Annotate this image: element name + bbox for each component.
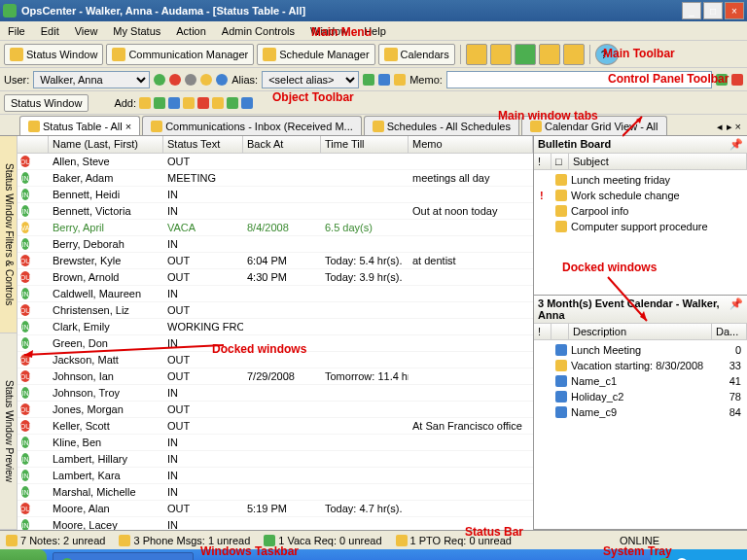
- tool-icon-2[interactable]: [490, 44, 512, 65]
- table-row[interactable]: INBennett, HeidiIN: [18, 187, 533, 203]
- pane-pin-icon[interactable]: 📌: [729, 298, 743, 321]
- obj-status-window[interactable]: Status Window: [4, 94, 89, 112]
- pane-pin-icon[interactable]: 📌: [729, 138, 743, 151]
- tool-icon-3[interactable]: [515, 44, 536, 65]
- menu-mystatus[interactable]: My Status: [105, 23, 168, 39]
- schedule-manager-button[interactable]: Schedule Manager: [257, 44, 374, 65]
- table-row[interactable]: INMoore, LaceyIN: [18, 517, 533, 530]
- bulletin-item[interactable]: Carpool info: [536, 203, 745, 219]
- cal-days-col[interactable]: Da...: [712, 324, 747, 339]
- tool-icon-4[interactable]: [539, 44, 560, 65]
- table-row[interactable]: OUMoore, AlanOUT5:19 PMToday: 4.7 hr(s).: [18, 501, 533, 517]
- tab-calendar-grid[interactable]: Calendar Grid View - All: [521, 116, 667, 135]
- col-memo[interactable]: Memo: [409, 136, 533, 153]
- cal-desc-col[interactable]: Description: [569, 324, 712, 339]
- table-row[interactable]: INCaldwell, MaureenIN: [18, 286, 533, 302]
- status-green-icon[interactable]: [154, 74, 165, 86]
- minimize-button[interactable]: _: [682, 2, 701, 19]
- table-row[interactable]: INLambert, HillaryIN: [18, 451, 533, 468]
- tab-schedules[interactable]: Schedules - All Schedules: [364, 116, 519, 135]
- table-row[interactable]: INBennett, VictoriaINOut at noon today: [18, 203, 533, 220]
- tab-close-icon[interactable]: ×: [125, 121, 131, 132]
- cp-icon-3[interactable]: [394, 74, 406, 86]
- status-grey-icon[interactable]: [185, 74, 196, 86]
- system-tray[interactable]: 12:37 PM: [651, 549, 747, 560]
- calendar-item[interactable]: Holiday_c278: [536, 389, 745, 404]
- calendar-item[interactable]: Lunch Meeting0: [536, 342, 745, 358]
- memo-clear-icon[interactable]: [731, 74, 743, 86]
- tab-nav-icons[interactable]: ◂ ▸ ×: [711, 119, 747, 135]
- add-icon-3[interactable]: [168, 97, 180, 109]
- col-status[interactable]: Status Text: [163, 136, 243, 153]
- start-button[interactable]: start: [0, 549, 47, 560]
- status-vaca[interactable]: 1 Vaca Req: 0 unread: [278, 535, 381, 546]
- memo-go-icon[interactable]: [716, 74, 728, 86]
- calendar-item[interactable]: Name_c141: [536, 373, 745, 389]
- table-row[interactable]: INBaker, AdamMEETINGmeetings all day: [18, 170, 533, 187]
- rail-filters-controls[interactable]: Status Window Filters & Controls: [0, 136, 17, 333]
- table-row[interactable]: OUAllen, SteveOUT: [18, 154, 533, 170]
- table-row[interactable]: OUJackson, MattOUT: [18, 352, 533, 368]
- menu-help[interactable]: Help: [356, 23, 394, 39]
- tool-icon-1[interactable]: [466, 44, 487, 65]
- calendar-item[interactable]: Vacation starting: 8/30/200833: [536, 358, 745, 373]
- table-row[interactable]: INKline, BenIN: [18, 435, 533, 451]
- table-row[interactable]: OUBrewster, KyleOUT6:04 PMToday: 5.4 hr(…: [18, 253, 533, 269]
- add-icon-1[interactable]: [139, 97, 151, 109]
- help-icon[interactable]: ?: [595, 44, 619, 65]
- memo-input[interactable]: [446, 71, 712, 88]
- comm-manager-button[interactable]: Communication Manager: [106, 44, 254, 65]
- status-blue-icon[interactable]: [216, 74, 228, 86]
- table-row[interactable]: INGreen, DonIN: [18, 335, 533, 352]
- status-phone[interactable]: 3 Phone Msgs: 1 unread: [133, 535, 250, 546]
- col-back[interactable]: Back At: [243, 136, 321, 153]
- menu-edit[interactable]: Edit: [33, 23, 67, 39]
- col-till[interactable]: Time Till: [321, 136, 409, 153]
- table-row[interactable]: OUChristensen, LizOUT: [18, 302, 533, 319]
- user-select[interactable]: Walker, Anna: [33, 71, 150, 88]
- tab-status-table[interactable]: Status Table - All×: [19, 116, 140, 135]
- table-row[interactable]: INLambert, KaraIN: [18, 468, 533, 484]
- rail-preview[interactable]: Status Window Preview: [0, 333, 17, 531]
- status-red-icon[interactable]: [169, 74, 181, 86]
- bulletin-item[interactable]: !Work schedule change: [536, 188, 745, 203]
- table-row[interactable]: INJohnson, TroyIN: [18, 385, 533, 402]
- table-body[interactable]: OUAllen, SteveOUTINBaker, AdamMEETINGmee…: [18, 154, 533, 530]
- menu-action[interactable]: Action: [168, 23, 214, 39]
- menu-admin[interactable]: Admin Controls: [214, 23, 302, 39]
- table-row[interactable]: INMarshal, MichelleIN: [18, 484, 533, 501]
- col-name[interactable]: Name (Last, First): [49, 136, 163, 153]
- menu-window[interactable]: Window: [302, 23, 356, 39]
- table-row[interactable]: OUJohnson, IanOUT7/29/2008Tomorrow: 11.4…: [18, 368, 533, 385]
- bulletin-subject-col[interactable]: Subject: [569, 154, 747, 169]
- bulletin-item[interactable]: Computer support procedure: [536, 219, 745, 234]
- table-row[interactable]: INClark, EmilyWORKING FROM ...: [18, 319, 533, 335]
- bulletin-item[interactable]: Lunch meeting friday: [536, 172, 745, 188]
- status-pto[interactable]: 1 PTO Req: 0 unread: [410, 535, 512, 546]
- add-icon-6[interactable]: [212, 97, 224, 109]
- table-row[interactable]: VABerry, AprilVACA8/4/20086.5 day(s): [18, 220, 533, 236]
- taskbar-app-button[interactable]: OpsCenter - Walker, ...: [53, 552, 194, 560]
- status-notes[interactable]: 7 Notes: 2 unread: [20, 535, 105, 546]
- cp-icon-2[interactable]: [378, 74, 390, 86]
- status-yellow-icon[interactable]: [200, 74, 212, 86]
- table-row[interactable]: OUJones, MorganOUT: [18, 402, 533, 418]
- add-icon-8[interactable]: [241, 97, 253, 109]
- add-icon-2[interactable]: [154, 97, 165, 109]
- table-row[interactable]: INBerry, DeborahIN: [18, 236, 533, 253]
- status-window-button[interactable]: Status Window: [4, 44, 103, 65]
- table-row[interactable]: OUKeller, ScottOUTAt San Francisco offic…: [18, 418, 533, 435]
- menu-file[interactable]: File: [0, 23, 33, 39]
- close-button[interactable]: ×: [725, 2, 744, 19]
- cp-icon-1[interactable]: [363, 74, 374, 86]
- tab-communications[interactable]: Communications - Inbox (Received M...: [142, 116, 362, 135]
- add-icon-4[interactable]: [183, 97, 195, 109]
- alias-select[interactable]: <select alias>: [262, 71, 359, 88]
- menu-view[interactable]: View: [67, 23, 106, 39]
- add-icon-7[interactable]: [227, 97, 238, 109]
- add-icon-5[interactable]: [197, 97, 209, 109]
- calendars-button[interactable]: Calendars: [378, 44, 455, 65]
- calendar-item[interactable]: Name_c984: [536, 404, 745, 420]
- maximize-button[interactable]: □: [703, 2, 723, 19]
- table-row[interactable]: OUBrown, ArnoldOUT4:30 PMToday: 3.9 hr(s…: [18, 269, 533, 286]
